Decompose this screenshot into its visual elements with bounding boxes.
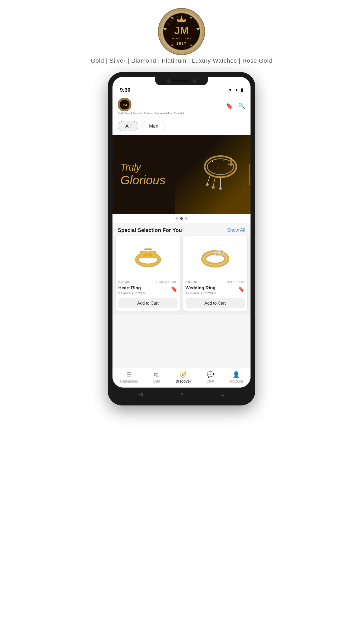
brand-logo: ★ ★ ★ ★ ★ ★ JM JEWELLERS S I N C E 1937: [158, 8, 205, 55]
header-actions: 🔖 🔍: [226, 103, 245, 110]
phone-screen: 9:30 ▼ ▲ ▮ JM Gold | Silver | Diamond | …: [112, 77, 251, 388]
banner-text: Truly Glorious: [120, 162, 165, 187]
show-all-button[interactable]: Show All: [227, 227, 245, 233]
nav-categories[interactable]: ☰ Categories: [120, 371, 138, 383]
nav-account[interactable]: 👤 Account: [229, 371, 243, 383]
svg-point-30: [229, 163, 233, 166]
app-logo-circle: JM: [118, 98, 131, 111]
banner-image: Truly Glorious: [112, 135, 251, 214]
svg-point-37: [147, 250, 149, 252]
add-to-cart-button-2[interactable]: Add to Cart: [185, 298, 245, 308]
notch-camera: [167, 79, 170, 83]
banner-line2: Glorious: [120, 173, 165, 187]
product-stats-1: 9 Views | ₹ 20326: [118, 291, 148, 295]
products-grid: LOVE 6.45 gm TJMFCPR0003 Heart Ring: [112, 236, 251, 315]
battery-icon: ▮: [241, 87, 243, 92]
nav-account-label: Account: [229, 379, 243, 383]
categories-icon: ☰: [126, 371, 132, 378]
notch-speaker: [174, 80, 189, 82]
product-meta-1: 6.45 gm TJMFCPR0003: [116, 278, 180, 284]
brand-tagline: Gold | Silver | Diamond | Platinum | Lux…: [91, 57, 272, 64]
svg-point-19: [207, 159, 234, 175]
signal-icon: ▲: [234, 88, 239, 92]
svg-text:JM: JM: [122, 103, 127, 107]
dot-2[interactable]: [180, 217, 183, 220]
jewelry-svg: [184, 146, 242, 204]
banner-section: Truly Glorious: [112, 135, 251, 223]
android-back-button[interactable]: ◁: [139, 391, 143, 397]
svg-point-29: [217, 167, 218, 169]
app-subtitle: Gold | Silver | Diamond | Platinum | Lux…: [118, 112, 185, 115]
cart-icon: 🛍: [154, 371, 160, 378]
android-recents-button[interactable]: □: [221, 392, 224, 397]
status-icons: ▼ ▲ ▮: [228, 87, 243, 92]
dot-1[interactable]: [175, 217, 178, 220]
svg-text:LOVE: LOVE: [144, 253, 152, 256]
svg-text:★: ★: [163, 26, 167, 32]
product-image-1: LOVE: [116, 236, 180, 278]
brand-header: ★ ★ ★ ★ ★ ★ JM JEWELLERS S I N C E 1937 …: [91, 0, 272, 64]
svg-point-26: [212, 161, 213, 162]
android-nav: ◁ ○ □: [112, 388, 251, 401]
account-icon: 👤: [233, 371, 240, 378]
product-bookmark-1[interactable]: 🔖: [171, 286, 178, 292]
svg-text:1937: 1937: [176, 41, 187, 46]
product-code-2: TJMFCPR0002: [223, 280, 245, 284]
svg-text:★: ★: [189, 43, 193, 47]
nav-chat-label: Chat: [207, 379, 214, 383]
product-info-2: Wedding Ring 12 Views | ₹ 23064 🔖: [183, 284, 247, 296]
phone-notch: [155, 77, 208, 85]
heart-ring-svg: LOVE: [130, 245, 166, 269]
svg-text:JEWELLERS: JEWELLERS: [171, 37, 192, 40]
android-home-button[interactable]: ○: [180, 392, 183, 397]
svg-point-27: [223, 160, 224, 161]
nav-chat[interactable]: 💬 Chat: [207, 371, 214, 383]
svg-point-15: [181, 52, 182, 53]
add-to-cart-button-1[interactable]: Add to Cart: [118, 298, 178, 308]
wedding-ring-svg: [197, 245, 234, 269]
product-image-2: [183, 236, 247, 278]
product-name-1: Heart Ring: [118, 285, 148, 291]
svg-text:★: ★: [196, 26, 200, 32]
product-info-1: Heart Ring 9 Views | ₹ 20326 🔖: [116, 284, 180, 296]
filter-men-button[interactable]: Men: [141, 121, 166, 131]
app-header: JM Gold | Silver | Diamond | Platinum | …: [112, 95, 251, 117]
nav-discover[interactable]: 🧭 Discover: [175, 371, 191, 383]
bookmark-icon[interactable]: 🔖: [226, 103, 233, 110]
product-card-2: 6.03 gm TJMFCPR0002 Wedding Ring 12 View…: [183, 236, 247, 311]
dot-3[interactable]: [185, 217, 188, 220]
wifi-icon: ▼: [228, 88, 232, 92]
app-logo: JM Gold | Silver | Diamond | Platinum | …: [118, 98, 185, 115]
product-meta-2: 6.03 gm TJMFCPR0002: [183, 278, 247, 284]
svg-text:★: ★: [170, 43, 174, 47]
nav-cart[interactable]: 🛍 Cart: [153, 371, 160, 383]
discover-icon: 🧭: [180, 371, 187, 378]
product-code-1: TJMFCPR0003: [156, 280, 178, 284]
banner-dots: [112, 214, 251, 223]
svg-point-14: [181, 10, 182, 11]
section-title: Special Selection For You: [118, 227, 182, 233]
svg-point-23: [212, 186, 215, 189]
search-icon[interactable]: 🔍: [238, 103, 245, 110]
status-time: 9:30: [120, 87, 130, 93]
product-weight-1: 6.45 gm: [118, 280, 130, 284]
nav-cart-label: Cart: [153, 379, 160, 383]
product-weight-2: 6.03 gm: [185, 280, 197, 284]
product-bookmark-2[interactable]: 🔖: [238, 286, 245, 292]
svg-point-21: [206, 183, 209, 186]
filter-all-button[interactable]: All: [118, 121, 138, 131]
bottom-nav: ☰ Categories 🛍 Cart 🧭 Discover 💬 Chat 👤 …: [112, 368, 251, 388]
filter-section: All Men: [112, 117, 251, 135]
product-stats-2: 12 Views | ₹ 23064: [185, 291, 217, 295]
banner-line1: Truly: [120, 162, 165, 173]
product-name-2: Wedding Ring: [185, 285, 217, 291]
phone-frame: 9:30 ▼ ▲ ▮ JM Gold | Silver | Diamond | …: [108, 72, 255, 405]
svg-line-20: [207, 176, 210, 184]
svg-point-25: [219, 187, 222, 190]
nav-categories-label: Categories: [120, 379, 138, 383]
svg-text:★: ★: [189, 15, 193, 19]
svg-marker-36: [144, 247, 152, 250]
scroll-indicator: [249, 164, 250, 185]
section-header: Special Selection For You Show All: [112, 223, 251, 236]
product-card-1: LOVE 6.45 gm TJMFCPR0003 Heart Ring: [116, 236, 180, 311]
